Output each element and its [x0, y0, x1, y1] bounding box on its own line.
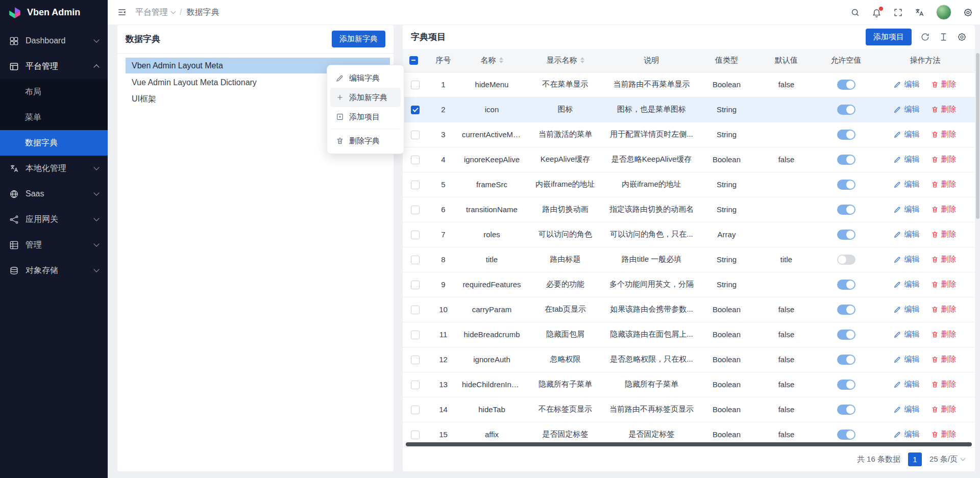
allow-null-toggle[interactable] [837, 380, 855, 390]
row-checkbox[interactable] [411, 381, 420, 389]
allow-null-toggle[interactable] [837, 180, 855, 190]
edit-button[interactable]: 编辑 [894, 255, 919, 264]
sidebar-subitem-menu[interactable]: 菜单 [0, 105, 108, 130]
menu-item-add-item[interactable]: 添加项目 [330, 107, 401, 127]
delete-button[interactable]: 删除 [931, 430, 957, 439]
delete-button[interactable]: 删除 [931, 330, 957, 339]
add-dictionary-button[interactable]: 添加新字典 [332, 31, 385, 47]
column-header[interactable]: 序号 [428, 49, 459, 72]
delete-button[interactable]: 删除 [931, 130, 957, 139]
row-checkbox[interactable] [411, 206, 420, 214]
allow-null-toggle[interactable] [837, 430, 855, 440]
delete-button[interactable]: 删除 [931, 380, 957, 389]
allow-null-toggle[interactable] [837, 280, 855, 290]
add-item-button[interactable]: 添加项目 [866, 29, 912, 45]
row-checkbox[interactable] [411, 156, 420, 164]
edit-button[interactable]: 编辑 [894, 205, 919, 214]
row-checkbox[interactable] [411, 81, 420, 89]
column-header[interactable]: 允许空值 [817, 49, 875, 72]
user-avatar[interactable] [936, 5, 951, 20]
page-size-select[interactable]: 25 条/页 [929, 455, 965, 464]
fullscreen-icon[interactable] [893, 8, 903, 17]
delete-button[interactable]: 删除 [931, 80, 957, 89]
menu-item-delete-dictionary[interactable]: 删除字典 [330, 131, 401, 150]
settings-gear-icon[interactable] [963, 8, 973, 17]
row-checkbox[interactable] [411, 181, 420, 189]
allow-null-toggle[interactable] [837, 130, 855, 140]
row-checkbox[interactable] [411, 406, 420, 414]
edit-button[interactable]: 编辑 [894, 305, 919, 314]
sidebar-item-saas[interactable]: Saas [0, 181, 108, 207]
edit-button[interactable]: 编辑 [894, 80, 919, 89]
edit-button[interactable]: 编辑 [894, 230, 919, 239]
translate-icon[interactable] [915, 8, 924, 17]
row-height-icon[interactable] [939, 32, 948, 42]
edit-button[interactable]: 编辑 [894, 380, 919, 389]
vertical-scrollbar[interactable] [975, 25, 979, 478]
edit-button[interactable]: 编辑 [894, 130, 919, 139]
column-header[interactable]: 名称 [459, 49, 525, 72]
row-checkbox[interactable] [411, 306, 420, 314]
sidebar-item-gateway[interactable]: 应用网关 [0, 207, 108, 232]
vertical-scrollbar-thumb[interactable] [976, 53, 979, 219]
allow-null-toggle[interactable] [837, 205, 855, 215]
sidebar-subitem-layout[interactable]: 布局 [0, 79, 108, 105]
row-checkbox[interactable] [411, 356, 420, 364]
row-checkbox[interactable] [411, 231, 420, 239]
menu-fold-icon[interactable] [117, 7, 127, 17]
refresh-icon[interactable] [920, 32, 930, 42]
sort-icon[interactable] [580, 57, 584, 63]
row-checkbox[interactable] [411, 256, 420, 264]
column-header[interactable]: 显示名称 [525, 49, 606, 72]
row-checkbox[interactable] [411, 106, 420, 114]
edit-button[interactable]: 编辑 [894, 330, 919, 339]
allow-null-toggle[interactable] [837, 155, 855, 165]
edit-button[interactable]: 编辑 [894, 405, 919, 414]
allow-null-toggle[interactable] [837, 230, 855, 240]
allow-null-toggle[interactable] [837, 255, 855, 265]
sidebar-item-dashboard[interactable]: Dashboard [0, 28, 108, 54]
sidebar-item-platform[interactable]: 平台管理 [0, 54, 108, 79]
column-header[interactable]: 操作方法 [875, 49, 975, 72]
row-checkbox[interactable] [411, 281, 420, 289]
column-header[interactable] [403, 49, 428, 72]
row-checkbox[interactable] [411, 131, 420, 139]
sidebar-item-object-storage[interactable]: 对象存储 [0, 258, 108, 283]
allow-null-toggle[interactable] [837, 330, 855, 340]
page-1-button[interactable]: 1 [908, 452, 922, 466]
edit-button[interactable]: 编辑 [894, 280, 919, 289]
delete-button[interactable]: 删除 [931, 255, 957, 264]
edit-button[interactable]: 编辑 [894, 430, 919, 439]
delete-button[interactable]: 删除 [931, 405, 957, 414]
delete-button[interactable]: 删除 [931, 280, 957, 289]
select-all-checkbox[interactable] [409, 56, 418, 65]
table-settings-icon[interactable] [957, 32, 967, 42]
delete-button[interactable]: 删除 [931, 105, 957, 114]
search-icon[interactable] [850, 8, 860, 17]
sidebar-item-manage[interactable]: 管理 [0, 232, 108, 258]
delete-button[interactable]: 删除 [931, 230, 957, 239]
horizontal-scrollbar[interactable] [406, 442, 972, 446]
delete-button[interactable]: 删除 [931, 205, 957, 214]
delete-button[interactable]: 删除 [931, 180, 957, 189]
menu-item-add-dictionary[interactable]: 添加新字典 [330, 88, 401, 107]
allow-null-toggle[interactable] [837, 105, 855, 115]
delete-button[interactable]: 删除 [931, 355, 957, 364]
allow-null-toggle[interactable] [837, 405, 855, 415]
edit-button[interactable]: 编辑 [894, 105, 919, 114]
delete-button[interactable]: 删除 [931, 155, 957, 164]
delete-button[interactable]: 删除 [931, 305, 957, 314]
sidebar-item-localization[interactable]: 本地化管理 [0, 156, 108, 181]
allow-null-toggle[interactable] [837, 80, 855, 90]
sort-icon[interactable] [499, 57, 503, 63]
sidebar-subitem-data-dictionary[interactable]: 数据字典 [0, 130, 108, 156]
column-header[interactable]: 说明 [606, 49, 697, 72]
column-header[interactable]: 值类型 [697, 49, 756, 72]
edit-button[interactable]: 编辑 [894, 355, 919, 364]
allow-null-toggle[interactable] [837, 305, 855, 315]
menu-item-edit-dictionary[interactable]: 编辑字典 [330, 68, 401, 88]
allow-null-toggle[interactable] [837, 355, 855, 365]
app-logo[interactable]: Vben Admin [0, 0, 108, 25]
edit-button[interactable]: 编辑 [894, 180, 919, 189]
row-checkbox[interactable] [411, 431, 420, 439]
